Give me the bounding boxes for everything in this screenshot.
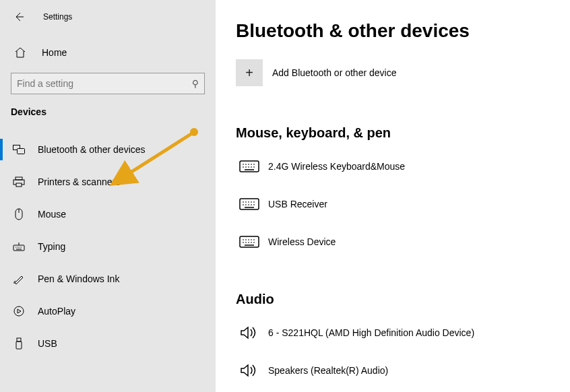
sidebar-item-label: Typing — [38, 241, 65, 252]
sidebar-item-usb[interactable]: USB — [0, 327, 216, 360]
back-icon[interactable] — [13, 11, 27, 22]
sidebar-item-autoplay[interactable]: AutoPlay — [0, 295, 216, 327]
sidebar-item-label: Pen & Windows Ink — [38, 273, 119, 284]
device-label: Speakers (Realtek(R) Audio) — [268, 365, 388, 376]
page-title: Bluetooth & other devices — [236, 20, 550, 42]
sidebar-item-label: Bluetooth & other devices — [38, 144, 146, 155]
add-device-button[interactable]: + Add Bluetooth or other device — [236, 59, 550, 86]
search-icon: ⚲ — [192, 78, 199, 89]
home-label: Home — [42, 47, 67, 58]
printer-icon — [12, 175, 26, 189]
sidebar-item-typing[interactable]: Typing — [0, 230, 216, 263]
typing-icon — [12, 240, 26, 253]
category-label: Devices — [0, 101, 216, 125]
sidebar-item-pen[interactable]: Pen & Windows Ink — [0, 263, 216, 295]
app-title: Settings — [43, 12, 72, 22]
device-row[interactable]: USB Receiver — [236, 185, 550, 223]
keyboard-icon — [236, 191, 263, 218]
sidebar-item-label: Mouse — [38, 209, 66, 220]
keyboard-icon — [236, 153, 263, 180]
mouse-icon — [12, 207, 26, 221]
svg-rect-14 — [16, 341, 22, 349]
device-row[interactable]: Speakers (Realtek(R) Audio) — [236, 352, 550, 389]
sidebar-item-mouse[interactable]: Mouse — [0, 198, 216, 230]
svg-rect-5 — [16, 183, 22, 187]
sidebar-item-label: Printers & scanners — [38, 176, 120, 187]
svg-rect-8 — [13, 245, 24, 251]
device-label: USB Receiver — [268, 199, 327, 209]
devices-icon — [12, 143, 26, 156]
sidebar-item-label: AutoPlay — [38, 306, 75, 317]
device-row[interactable]: 2.4G Wireless Keyboard&Mouse — [236, 148, 550, 185]
device-row[interactable]: 6 - S221HQL (AMD High Definition Audio D… — [236, 314, 550, 352]
sidebar-item-bluetooth[interactable]: Bluetooth & other devices — [0, 133, 216, 166]
plus-icon: + — [236, 59, 263, 86]
svg-rect-2 — [18, 149, 25, 154]
sidebar-item-label: USB — [38, 338, 57, 349]
speaker-icon — [236, 357, 263, 384]
section-heading-audio: Audio — [236, 292, 550, 307]
svg-point-12 — [14, 306, 24, 316]
pen-icon — [12, 272, 26, 286]
autoplay-icon — [12, 304, 26, 318]
svg-rect-3 — [15, 177, 22, 180]
add-device-label: Add Bluetooth or other device — [272, 67, 396, 78]
section-heading-input: Mouse, keyboard, & pen — [236, 125, 550, 141]
device-label: Wireless Device — [268, 236, 336, 247]
home-button[interactable]: Home — [0, 38, 216, 67]
svg-rect-13 — [17, 338, 21, 341]
sidebar-item-printers[interactable]: Printers & scanners — [0, 166, 216, 198]
usb-icon — [12, 337, 26, 350]
speaker-icon — [236, 319, 263, 346]
keyboard-icon — [236, 228, 263, 255]
search-input[interactable]: ⚲ — [11, 73, 205, 94]
device-label: 2.4G Wireless Keyboard&Mouse — [268, 161, 405, 172]
search-field[interactable] — [17, 78, 192, 89]
device-label: 6 - S221HQL (AMD High Definition Audio D… — [268, 327, 474, 338]
home-icon — [13, 46, 27, 59]
device-row[interactable]: Wireless Device — [236, 223, 550, 261]
